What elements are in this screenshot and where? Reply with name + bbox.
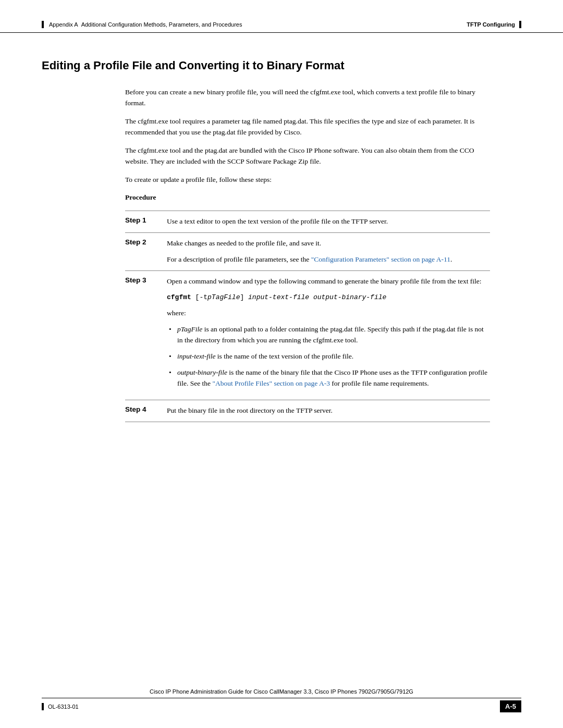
header-left-bar [42,21,44,28]
section-title: Editing a Profile File and Converting it… [42,59,521,72]
header-right-bar [519,21,521,28]
header-right: TFTP Configuring [467,21,521,28]
step-4-main: Put the binary file in the root director… [167,405,490,416]
step-2-link-para: For a description of profile file parame… [167,254,490,265]
step-2-main: Make changes as needed to the profile fi… [167,238,490,249]
body-text: Before you can create a new binary profi… [125,87,490,422]
header-title: Additional Configuration Methods, Parame… [81,21,242,28]
code-block: cfgfmt [-tpTagFile] input-text-file outp… [167,292,490,303]
body-para1: Before you can create a new binary profi… [125,87,490,109]
step-2-label: Step 2 [125,238,167,246]
appendix-label: Appendix A [49,21,78,28]
profile-files-link[interactable]: "About Profile Files" section on page A-… [212,379,330,387]
body-para3: The cfgfmt.exe tool and the ptag.dat are… [125,145,490,167]
where-label: where: [167,308,490,319]
footer-bar [42,703,44,710]
code-italic-files: input-text-file output-binary-file [248,293,386,301]
footer-center-text: Cisco IP Phone Administration Guide for … [42,688,521,695]
page-number: A-5 [500,700,521,712]
step-row-3: Step 3 Open a command window and type th… [125,271,490,400]
footer-code: OL-6313-01 [48,704,79,710]
footer-bottom: OL-6313-01 A-5 [42,698,521,712]
step-1-content: Use a text editor to open the text versi… [167,216,490,227]
steps-table: Step 1 Use a text editor to open the tex… [125,211,490,422]
step-row-4: Step 4 Put the binary file in the root d… [125,400,490,422]
code-bold: cfgfmt [167,293,191,301]
bullet-2-text: is the name of the text version of the p… [215,352,353,360]
body-para2: The cfgfmt.exe tool requires a parameter… [125,116,490,138]
step-row-1: Step 1 Use a text editor to open the tex… [125,211,490,233]
bullet-item-3: output-binary-file is the name of the bi… [167,367,490,389]
code-bracket: [-t [191,293,207,301]
body-para4: To create or update a profile file, foll… [125,175,490,186]
step-1-label: Step 1 [125,216,167,224]
step-2-content: Make changes as needed to the profile fi… [167,238,490,265]
step-3-content: Open a command window and type the follo… [167,276,490,394]
bullet-1-italic: pTagFile [177,325,202,333]
step-4-content: Put the binary file in the root director… [167,405,490,416]
config-params-link[interactable]: "Configuration Parameters" section on pa… [311,255,450,263]
bullet-item-2: input-text-file is the name of the text … [167,351,490,362]
main-content: Editing a Profile File and Converting it… [0,33,563,453]
step-3-main: Open a command window and type the follo… [167,276,490,287]
footer-left: OL-6313-01 [42,703,79,710]
code-bracket-close: ] [240,293,248,301]
header-right-section: TFTP Configuring [467,21,515,28]
procedure-label: Procedure [125,192,490,203]
code-italic-ptagfile: pTagFile [207,293,240,301]
bullet-list: pTagFile is an optional path to a folder… [167,324,490,389]
step-3-label: Step 3 [125,276,167,284]
bullet-3-italic: output-binary-file [177,368,227,376]
step-row-2: Step 2 Make changes as needed to the pro… [125,233,490,271]
step-2-link-suffix: . [450,255,452,263]
step-4-label: Step 4 [125,405,167,413]
header-left: Appendix A Additional Configuration Meth… [42,21,242,28]
page: Appendix A Additional Configuration Meth… [0,0,563,728]
bullet-1-text: is an optional path to a folder containi… [177,325,484,344]
bullet-3-suffix: for profile file name requirements. [330,379,429,387]
bullet-2-italic: input-text-file [177,352,215,360]
bullet-item-1: pTagFile is an optional path to a folder… [167,324,490,346]
step-2-link-prefix: For a description of profile file parame… [167,255,311,263]
page-header: Appendix A Additional Configuration Meth… [0,0,563,33]
page-footer: Cisco IP Phone Administration Guide for … [0,688,563,712]
